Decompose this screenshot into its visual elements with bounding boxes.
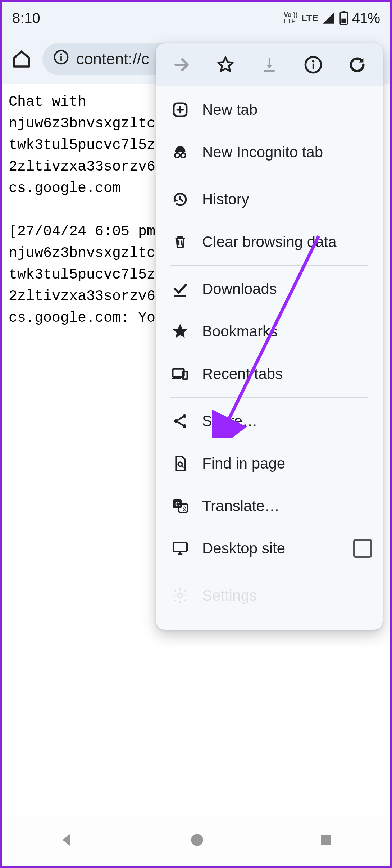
menu-label: Share…	[202, 412, 372, 430]
nav-home-button[interactable]	[188, 831, 206, 850]
svg-rect-29	[321, 835, 331, 845]
svg-rect-9	[313, 64, 314, 69]
svg-point-4	[60, 53, 62, 55]
desktop-site-checkbox[interactable]	[353, 539, 372, 558]
svg-rect-1	[343, 11, 345, 12]
svg-rect-13	[174, 295, 186, 297]
menu-bookmarks[interactable]: Bookmarks	[156, 310, 383, 353]
menu-recent-tabs[interactable]: Recent tabs	[156, 353, 383, 395]
menu-history[interactable]: History	[156, 178, 383, 221]
menu-share[interactable]: Share…	[156, 400, 383, 442]
translate-icon: G文	[170, 497, 190, 515]
svg-rect-16	[172, 378, 181, 379]
trash-icon	[170, 234, 190, 250]
menu-label: Recent tabs	[202, 365, 372, 383]
menu-label: History	[202, 191, 372, 208]
signal-icon	[322, 11, 336, 25]
menu-label: Desktop site	[202, 540, 341, 557]
devices-icon	[170, 365, 190, 383]
menu-label: Find in page	[202, 455, 372, 472]
svg-rect-5	[60, 56, 62, 61]
overflow-menu: New tab New Incognito tab History	[156, 43, 383, 630]
battery-percent: 41%	[352, 10, 380, 26]
menu-translate[interactable]: G文 Translate…	[156, 485, 383, 527]
menu-downloads[interactable]: Downloads	[156, 268, 383, 310]
svg-point-26	[178, 593, 183, 598]
menu-settings[interactable]: Settings	[156, 574, 383, 617]
star-filled-icon	[170, 322, 190, 340]
status-time: 8:10	[12, 10, 40, 26]
nav-recents-button[interactable]	[318, 832, 334, 850]
download-button[interactable]	[251, 47, 287, 83]
svg-rect-25	[173, 542, 187, 551]
url-text: content://c	[76, 50, 149, 68]
forward-button[interactable]	[164, 47, 200, 83]
home-button[interactable]	[11, 48, 32, 70]
menu-header	[156, 43, 383, 86]
svg-rect-6	[264, 70, 274, 72]
svg-rect-2	[341, 19, 346, 23]
svg-point-28	[191, 834, 203, 846]
incognito-icon	[170, 143, 190, 161]
reload-button[interactable]	[339, 47, 375, 83]
download-done-icon	[170, 280, 190, 298]
page-info-icon[interactable]	[53, 49, 69, 69]
status-right: Vo )) LTE LTE 41%	[284, 10, 380, 26]
find-in-page-icon	[170, 455, 190, 472]
bookmark-star-button[interactable]	[208, 47, 243, 83]
system-navbar	[2, 815, 390, 866]
menu-label: Settings	[202, 587, 372, 604]
menu-label: New tab	[202, 101, 372, 118]
info-button[interactable]	[295, 47, 331, 83]
svg-text:文: 文	[181, 505, 188, 512]
status-bar: 8:10 Vo )) LTE LTE 41%	[2, 2, 390, 34]
svg-rect-15	[183, 372, 187, 379]
menu-label: Translate…	[202, 497, 372, 515]
lte-icon: LTE	[301, 13, 318, 24]
svg-point-11	[175, 153, 179, 158]
share-icon	[170, 412, 190, 430]
menu-clear-browsing-data[interactable]: Clear browsing data	[156, 221, 383, 263]
menu-label: Downloads	[202, 280, 372, 298]
history-icon	[170, 191, 190, 208]
plus-square-icon	[170, 101, 190, 118]
menu-label: New Incognito tab	[202, 144, 372, 161]
menu-new-tab[interactable]: New tab	[156, 89, 383, 131]
menu-label: Bookmarks	[202, 323, 372, 340]
volte-icon: Vo )) LTE	[284, 12, 298, 24]
menu-label: Clear browsing data	[202, 233, 372, 250]
nav-back-button[interactable]	[58, 831, 77, 851]
desktop-icon	[170, 539, 190, 557]
gear-icon	[170, 587, 190, 604]
svg-point-12	[181, 153, 186, 158]
menu-desktop-site[interactable]: Desktop site	[156, 527, 383, 570]
svg-point-8	[312, 60, 315, 63]
battery-icon	[339, 11, 348, 25]
menu-find-in-page[interactable]: Find in page	[156, 442, 383, 485]
menu-incognito[interactable]: New Incognito tab	[156, 131, 383, 173]
